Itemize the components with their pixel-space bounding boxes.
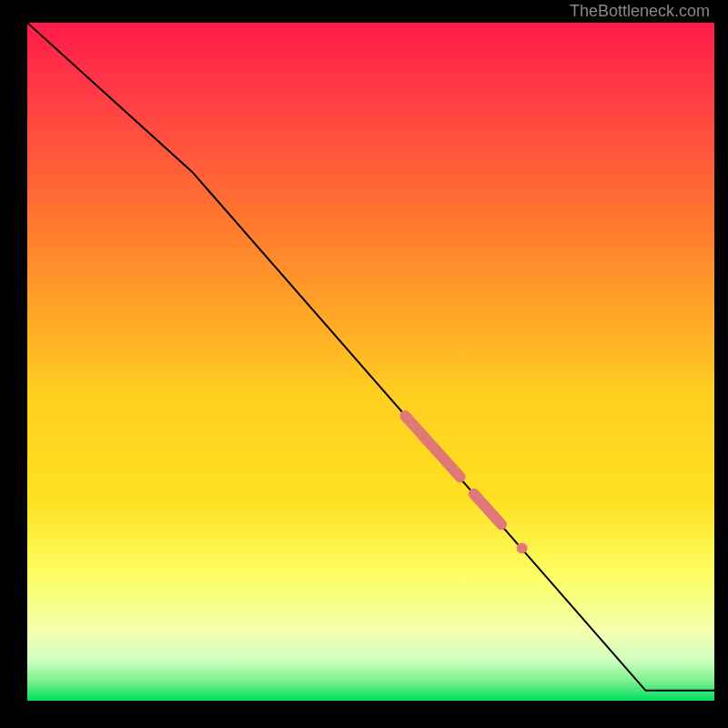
chart-overlay	[27, 23, 714, 701]
attribution-text: TheBottleneck.com	[570, 2, 710, 21]
plot-area	[27, 23, 714, 701]
data-marker-segment	[405, 416, 460, 477]
data-line	[27, 23, 714, 691]
data-marker-point	[517, 542, 528, 553]
data-marker-segment	[474, 494, 501, 525]
